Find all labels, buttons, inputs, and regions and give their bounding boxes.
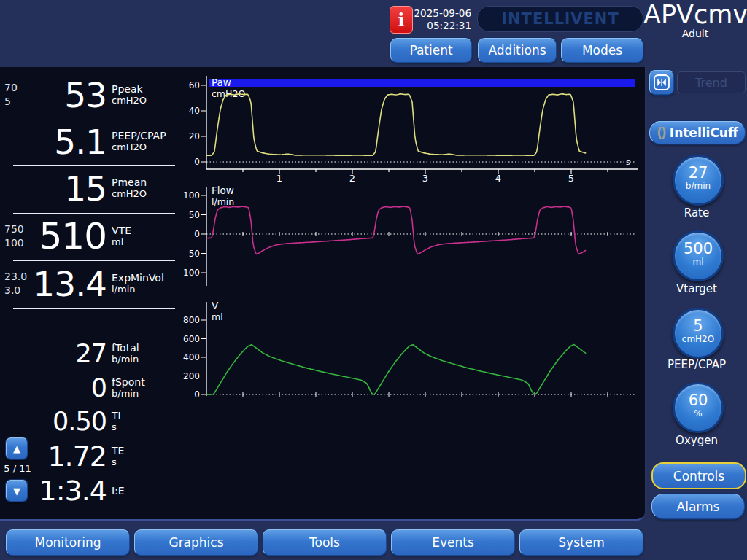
- divider: [13, 308, 175, 309]
- oxygen-knob-label: Oxygen: [646, 434, 747, 447]
- monitor-label: TEs: [112, 446, 124, 467]
- rate-knob[interactable]: 27b/min: [673, 155, 724, 206]
- svg-text:l/min: l/min: [212, 196, 234, 207]
- monitor-row-pmean[interactable]: 15 PmeancmH2O: [0, 168, 182, 209]
- flow-waveform-chart[interactable]: -100-50050100Flowl/min: [182, 184, 645, 293]
- svg-text:50: 50: [189, 210, 200, 220]
- modes-button[interactable]: Modes: [561, 38, 643, 63]
- svg-text:2: 2: [349, 173, 355, 184]
- mode-title: APVcmv Adult: [643, 1, 747, 39]
- monitor-row-peep[interactable]: 5.1 PEEP/CPAPcmH2O: [0, 120, 182, 163]
- alarms-button[interactable]: Alarms: [651, 494, 745, 519]
- graphics-button[interactable]: Graphics: [134, 529, 258, 556]
- svg-text:0: 0: [194, 157, 200, 167]
- monitor-label: PmeancmH2O: [112, 177, 147, 199]
- vtarget-knob-label: Vtarget: [646, 282, 747, 295]
- svg-text:0: 0: [194, 229, 200, 239]
- svg-text:4: 4: [495, 173, 501, 184]
- monitor-row-fspont[interactable]: 0 fSpontb/min: [0, 372, 182, 404]
- monitoring-button[interactable]: Monitoring: [6, 529, 130, 556]
- monitor-value: 15: [0, 168, 107, 209]
- svg-text:1: 1: [276, 173, 282, 184]
- svg-text:ml: ml: [212, 311, 223, 322]
- svg-text:3: 3: [422, 173, 428, 184]
- svg-text:400: 400: [183, 352, 200, 362]
- volume-waveform-chart[interactable]: 0200400600800Vml: [182, 299, 645, 408]
- divider: [13, 165, 175, 166]
- divider: [13, 260, 175, 261]
- vtarget-knob[interactable]: 500ml: [673, 230, 724, 281]
- svg-text:0: 0: [194, 389, 200, 400]
- svg-text:40: 40: [189, 106, 200, 116]
- monitor-row-vte[interactable]: 750100 510 VTEml: [0, 214, 182, 258]
- divider: [13, 213, 175, 214]
- patient-button[interactable]: Patient: [390, 38, 472, 63]
- time-text: 05:22:31: [413, 20, 471, 32]
- date-text: 2025-09-06: [413, 7, 471, 20]
- monitor-value: 0: [0, 373, 107, 402]
- intellivent-button[interactable]: INTELLiVENT: [477, 6, 643, 32]
- freeze-icon: [653, 74, 670, 91]
- tools-button[interactable]: Tools: [263, 529, 387, 556]
- monitor-label: PpeakcmH2O: [112, 84, 147, 106]
- peep-knob-label: PEEP/CPAP: [646, 358, 747, 371]
- info-icon[interactable]: i: [390, 6, 413, 34]
- freeze-button[interactable]: [649, 70, 674, 95]
- monitor-label: VTEml: [112, 225, 131, 247]
- monitor-row-ppeak[interactable]: 705 53 PpeakcmH2O: [0, 74, 182, 115]
- page-down-button[interactable]: ▼: [6, 480, 28, 502]
- monitor-label: I:E: [112, 486, 125, 497]
- monitor-label: ExpMinVoll/min: [112, 273, 164, 295]
- page-indicator: 5 / 11: [1, 463, 34, 474]
- cuff-icon: (): [657, 125, 665, 140]
- monitor-row-expminvol[interactable]: 23.03.0 13.4 ExpMinVoll/min: [0, 262, 182, 305]
- svg-text:V: V: [212, 300, 219, 311]
- trend-button[interactable]: Trend: [677, 71, 746, 93]
- header: i 2025-09-06 05:22:31 INTELLiVENT Patien…: [0, 0, 747, 67]
- monitor-value: 5.1: [0, 122, 107, 162]
- patient-type: Adult: [643, 28, 747, 39]
- monitor-value: 53: [0, 75, 107, 115]
- divider: [13, 117, 175, 117]
- main-panel: 705 53 PpeakcmH2O 5.1 PEEP/CPAPcmH2O 15 …: [0, 67, 646, 521]
- svg-text:600: 600: [183, 334, 200, 344]
- additions-button[interactable]: Additions: [478, 38, 557, 63]
- controls-button[interactable]: Controls: [651, 462, 746, 489]
- svg-text:20: 20: [189, 131, 200, 141]
- monitor-value: 27: [0, 339, 107, 368]
- monitor-row-ti[interactable]: 0.50 TIs: [0, 405, 182, 438]
- intellicuff-button[interactable]: () IntelliCuff: [649, 121, 746, 144]
- monitor-label: PEEP/CPAPcmH2O: [112, 131, 166, 152]
- svg-text:Paw: Paw: [212, 77, 231, 88]
- page-up-button[interactable]: ▲: [6, 438, 28, 459]
- monitor-label: fTotalb/min: [112, 343, 139, 365]
- monitor-value: 0.50: [0, 407, 107, 436]
- events-button[interactable]: Events: [391, 529, 515, 556]
- monitor-label: fSpontb/min: [112, 377, 145, 399]
- mode-name: APVcmv: [643, 1, 747, 28]
- bottom-bar: Monitoring Graphics Tools Events System …: [0, 521, 747, 560]
- svg-text:-100: -100: [182, 268, 200, 278]
- monitor-value: 13.4: [0, 264, 107, 304]
- svg-text:5: 5: [568, 173, 574, 184]
- main-menu: Monitoring Graphics Tools Events System: [6, 529, 643, 556]
- svg-text:-50: -50: [185, 249, 200, 259]
- svg-text:Flow: Flow: [212, 184, 234, 196]
- rate-knob-label: Rate: [646, 206, 747, 219]
- datetime: 2025-09-06 05:22:31: [413, 7, 471, 32]
- svg-text:100: 100: [183, 190, 200, 201]
- system-button[interactable]: System: [519, 529, 643, 556]
- svg-text:200: 200: [183, 371, 200, 381]
- monitor-label: TIs: [112, 411, 121, 432]
- intellicuff-label: IntelliCuff: [670, 125, 738, 140]
- oxygen-knob[interactable]: 60%: [673, 382, 724, 433]
- monitor-row-ftotal[interactable]: 27 fTotalb/min: [0, 338, 182, 370]
- peep-knob[interactable]: 5cmH2O: [673, 308, 724, 359]
- svg-text:800: 800: [183, 315, 200, 325]
- svg-text:s: s: [626, 158, 630, 167]
- paw-waveform-chart[interactable]: 020406012345sPawcmH2O: [182, 73, 645, 184]
- monitor-value: 510: [0, 215, 107, 257]
- ventilator-screen: i 2025-09-06 05:22:31 INTELLiVENT Patien…: [0, 0, 747, 560]
- svg-text:60: 60: [189, 80, 200, 90]
